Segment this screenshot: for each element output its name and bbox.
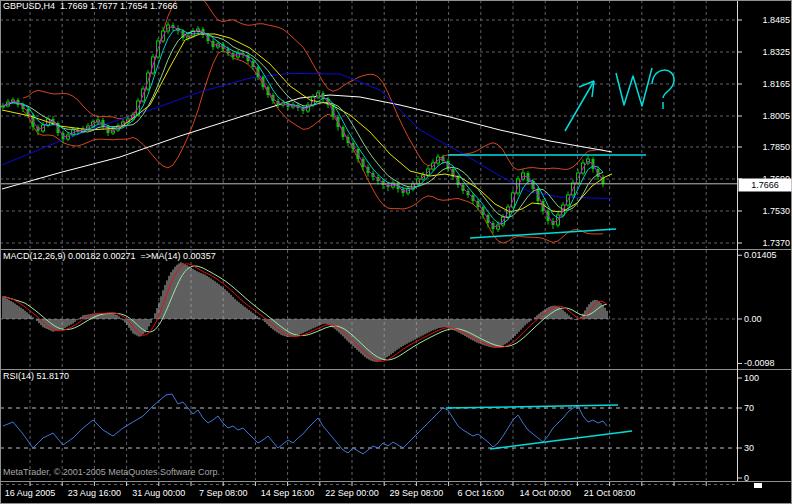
price-axis-label: 1.8485 bbox=[762, 15, 790, 25]
price-axis-label: 1.7530 bbox=[762, 206, 790, 216]
rsi-panel bbox=[3, 394, 632, 454]
axis-marker bbox=[754, 483, 762, 488]
macd-panel bbox=[3, 262, 607, 362]
price-axis-label: 1.8325 bbox=[762, 47, 790, 57]
time-axis-label: 23 Aug 16:00 bbox=[68, 488, 121, 498]
time-axis-label: 14 Oct 00:00 bbox=[519, 488, 571, 498]
time-axis-label: 14 Sep 16:00 bbox=[261, 488, 315, 498]
time-axis-label: 7 Sep 08:00 bbox=[199, 488, 248, 498]
rsi-indicator-label: RSI(14) 51.8170 bbox=[3, 371, 69, 381]
slow-moving-averages bbox=[2, 73, 612, 198]
macd-axis-label: -0.0098 bbox=[744, 358, 775, 368]
time-axis-label: 16 Aug 2005 bbox=[5, 488, 56, 498]
price-axis-label: 1.7850 bbox=[762, 142, 790, 152]
time-axis-label: 29 Sep 08:00 bbox=[390, 488, 444, 498]
time-axis-label: 21 Oct 08:00 bbox=[584, 488, 636, 498]
price-axis-label: 1.8005 bbox=[762, 111, 790, 121]
rsi-axis-label: 100 bbox=[744, 373, 759, 383]
macd-axis-label: 0.01405 bbox=[744, 250, 777, 260]
candle bbox=[2, 106, 5, 107]
time-axis-label: 22 Sep 00:00 bbox=[325, 488, 379, 498]
macd-axis-label: 0.00 bbox=[744, 314, 762, 324]
time-axis-label: 6 Oct 16:00 bbox=[458, 488, 505, 498]
chart-title: GBPUSD,H4 1.7669 1.7677 1.7654 1.7666 bbox=[3, 1, 178, 11]
fast-moving-averages bbox=[2, 27, 612, 228]
current-price-tag: 1.7666 bbox=[739, 179, 792, 192]
gridlines bbox=[0, 0, 737, 485]
time-axis-label: 31 Aug 00:00 bbox=[132, 488, 185, 498]
rsi-axis-label: 30 bbox=[744, 443, 754, 453]
rsi-axis-label: 70 bbox=[744, 403, 754, 413]
bollinger-band bbox=[23, 0, 603, 243]
watermark: MetaTrader, © 2001-2005 MetaQuotes Softw… bbox=[3, 467, 220, 477]
chart-window: 1.84851.83251.81651.80051.78501.76901.75… bbox=[0, 0, 792, 504]
macd-indicator-label: MACD(12,26,9) 0.00182 0.00271 =>MA(14) 0… bbox=[3, 251, 216, 261]
price-axis-label: 1.8165 bbox=[762, 79, 790, 89]
price-axis-label: 1.7370 bbox=[762, 238, 790, 248]
price-tag-value: 1.7666 bbox=[751, 180, 779, 190]
